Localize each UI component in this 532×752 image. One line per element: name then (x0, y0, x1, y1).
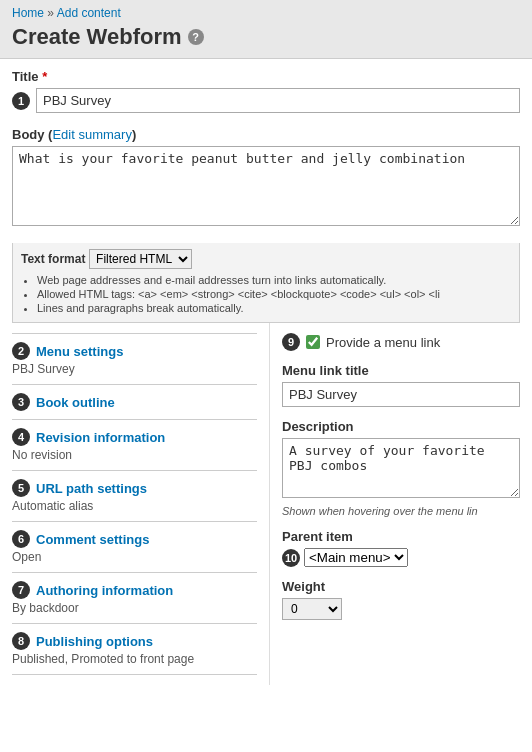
title-badge: 1 (12, 92, 30, 110)
text-format-bar: Text format Filtered HTML Web page addre… (12, 243, 520, 323)
body-textarea[interactable]: What is your favorite peanut butter and … (12, 146, 520, 226)
menu-link-checkbox[interactable] (306, 335, 320, 349)
badge-6: 6 (12, 530, 30, 548)
description-textarea[interactable]: A survey of your favorite PBJ combos (282, 438, 520, 498)
badge-10: 10 (282, 549, 300, 567)
page-title: Create Webform (12, 24, 182, 50)
publishing-options-sub: Published, Promoted to front page (12, 652, 257, 666)
sidebar-section-publishing[interactable]: 8 Publishing options Published, Promoted… (12, 623, 257, 675)
comment-settings-sub: Open (12, 550, 257, 564)
help-icon[interactable]: ? (188, 29, 204, 45)
description-note: Shown when hovering over the menu lin (282, 505, 520, 517)
revision-info-title: Revision information (36, 430, 165, 445)
parent-item-group: Parent item 10 <Main menu> (282, 529, 520, 567)
breadcrumb-add[interactable]: Add content (57, 6, 121, 20)
description-label: Description (282, 419, 520, 434)
url-path-sub: Automatic alias (12, 499, 257, 513)
header-bar: Home » Add content Create Webform ? (0, 0, 532, 59)
sidebar-section-revision[interactable]: 4 Revision information No revision (12, 419, 257, 470)
left-panel: 2 Menu settings PBJ Survey 3 Book outlin… (0, 323, 270, 685)
menu-link-title-group: Menu link title (282, 363, 520, 407)
main-content: 2 Menu settings PBJ Survey 3 Book outlin… (0, 323, 532, 685)
title-required: * (42, 69, 47, 84)
badge-4: 4 (12, 428, 30, 446)
menu-settings-title: Menu settings (36, 344, 123, 359)
weight-group: Weight 0 (282, 579, 520, 620)
title-field-group: Title * 1 (12, 69, 520, 113)
breadcrumb-home[interactable]: Home (12, 6, 44, 20)
book-outline-title: Book outline (36, 395, 115, 410)
format-tip-2: Allowed HTML tags: <a> <em> <strong> <ci… (37, 288, 511, 300)
publishing-options-title: Publishing options (36, 634, 153, 649)
authoring-info-title: Authoring information (36, 583, 173, 598)
format-tips: Web page addresses and e-mail addresses … (21, 274, 511, 314)
parent-item-select[interactable]: <Main menu> (304, 548, 408, 567)
page-title-row: Create Webform ? (12, 24, 520, 50)
menu-link-checkbox-row: 9 Provide a menu link (282, 333, 520, 351)
badge-7: 7 (12, 581, 30, 599)
revision-info-sub: No revision (12, 448, 257, 462)
title-input[interactable] (36, 88, 520, 113)
url-path-title: URL path settings (36, 481, 147, 496)
format-tip-3: Lines and paragraphs break automatically… (37, 302, 511, 314)
sidebar-section-book[interactable]: 3 Book outline (12, 384, 257, 419)
badge-3: 3 (12, 393, 30, 411)
weight-label: Weight (282, 579, 520, 594)
badge-2: 2 (12, 342, 30, 360)
edit-summary-link[interactable]: Edit summary (52, 127, 131, 142)
right-panel: 9 Provide a menu link Menu link title De… (270, 323, 532, 685)
sidebar-section-authoring[interactable]: 7 Authoring information By backdoor (12, 572, 257, 623)
breadcrumb: Home » Add content (12, 6, 520, 20)
parent-item-row: 10 <Main menu> (282, 548, 520, 567)
menu-link-title-input[interactable] (282, 382, 520, 407)
text-format-label: Text format (21, 252, 85, 266)
weight-select[interactable]: 0 (282, 598, 342, 620)
badge-9: 9 (282, 333, 300, 351)
authoring-info-sub: By backdoor (12, 601, 257, 615)
description-group: Description A survey of your favorite PB… (282, 419, 520, 517)
title-label: Title * (12, 69, 520, 84)
parent-item-label: Parent item (282, 529, 520, 544)
menu-link-title-label: Menu link title (282, 363, 520, 378)
menu-link-label: Provide a menu link (326, 335, 440, 350)
format-tip-1: Web page addresses and e-mail addresses … (37, 274, 511, 286)
menu-settings-sub: PBJ Survey (12, 362, 257, 376)
badge-8: 8 (12, 632, 30, 650)
text-format-select[interactable]: Filtered HTML (89, 249, 192, 269)
body-label: Body (Edit summary) (12, 127, 520, 142)
body-field-group: Body (Edit summary) What is your favorit… (12, 127, 520, 229)
sidebar-section-url[interactable]: 5 URL path settings Automatic alias (12, 470, 257, 521)
badge-5: 5 (12, 479, 30, 497)
sidebar-section-menu[interactable]: 2 Menu settings PBJ Survey (12, 333, 257, 384)
form-top: Title * 1 Body (Edit summary) What is yo… (0, 59, 532, 323)
comment-settings-title: Comment settings (36, 532, 149, 547)
breadcrumb-sep: » (47, 6, 54, 20)
sidebar-section-comment[interactable]: 6 Comment settings Open (12, 521, 257, 572)
